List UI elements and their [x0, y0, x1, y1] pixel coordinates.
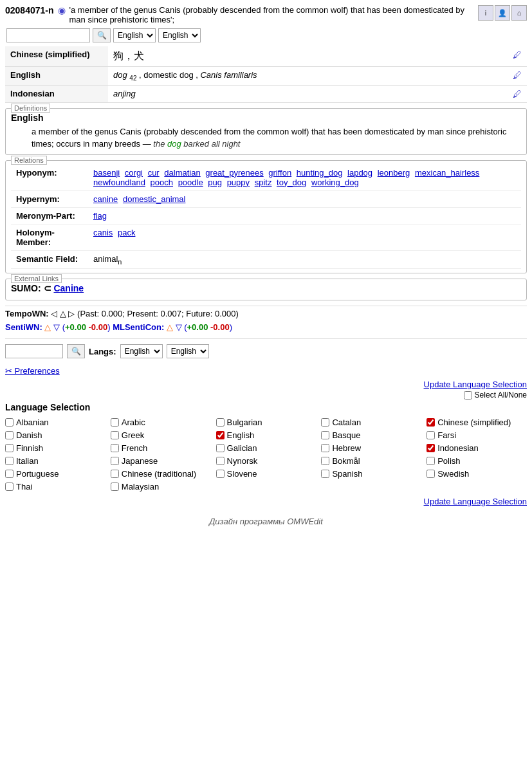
label-spanish: Spanish	[332, 469, 362, 479]
checkbox-nynorsk[interactable]	[216, 457, 225, 465]
top-lang1-select[interactable]: English	[113, 28, 156, 42]
lang-item-nynorsk: Nynorsk	[216, 456, 316, 466]
lang-edit-english[interactable]: 🖊	[508, 67, 527, 86]
hyponym-link-toy_dog[interactable]: toy_dog	[277, 178, 306, 187]
definitions-section: Definitions English a member of the genu…	[5, 108, 527, 155]
label-galician: Galician	[227, 443, 257, 453]
bottom-search-input[interactable]	[5, 344, 63, 358]
language-checkboxes: Albanian Arabic Bulgarian Catalan Chines…	[5, 418, 527, 492]
checkbox-chinese-traditional[interactable]	[111, 470, 119, 478]
ml-neg-tri: ▽	[176, 322, 182, 332]
checkbox-polish[interactable]	[427, 457, 435, 465]
bottom-lang1-select[interactable]: English	[120, 344, 163, 358]
top-lang2-select[interactable]: English	[158, 28, 201, 42]
checkbox-galician[interactable]	[216, 444, 225, 452]
checkbox-bulgarian[interactable]	[216, 418, 225, 427]
checkbox-french[interactable]	[111, 444, 119, 452]
senti-vals: (+0.00 -0.00)	[62, 322, 113, 332]
holonym-link-canis[interactable]: canis	[93, 228, 113, 237]
checkbox-bokmal[interactable]	[321, 457, 329, 465]
hypernym-link-domestic_animal[interactable]: domestic_animal	[123, 194, 186, 204]
label-catalan: Catalan	[332, 418, 361, 427]
holonym-link-pack[interactable]: pack	[118, 228, 135, 237]
checkbox-hebrew[interactable]	[321, 444, 329, 452]
update-lang-top-link[interactable]: Update Language Selection	[424, 380, 527, 389]
hyponym-link-pooch[interactable]: pooch	[151, 178, 173, 187]
preferences-link[interactable]: ✂ Preferences	[5, 366, 60, 376]
sumo-link[interactable]: Canine	[53, 283, 84, 293]
lang-value-english: dog 42 , domestic dog , Canis familiaris	[108, 67, 508, 86]
bottom-lang2-select[interactable]: English	[167, 344, 209, 358]
relations-table: Hyponym: basenji corgi cur dalmatian gre…	[11, 165, 521, 270]
label-albanian: Albanian	[16, 418, 49, 427]
footer-credit: Дизайн программы OMWEdit	[5, 517, 527, 526]
top-search-input[interactable]	[6, 28, 90, 42]
definition-text: a member of the genus Canis (probably de…	[32, 125, 521, 151]
checkbox-arabic[interactable]	[111, 418, 119, 427]
checkbox-indonesian[interactable]	[427, 444, 435, 452]
hyponym-link-pug[interactable]: pug	[208, 178, 222, 187]
bottom-search-row: 🔍 Langs: English English	[5, 338, 527, 358]
checkbox-finnish[interactable]	[5, 444, 14, 452]
checkbox-danish[interactable]	[5, 431, 14, 439]
hyponym-link-hunting_dog[interactable]: hunting_dog	[297, 168, 343, 178]
lang-item-catalan: Catalan	[321, 418, 421, 427]
synset-gloss: 'a member of the genus Canis (probably d…	[69, 5, 474, 24]
hyponym-link-great_pyrenees[interactable]: great_pyrenees	[205, 168, 263, 178]
hyponym-link-griffon[interactable]: griffon	[268, 168, 291, 178]
hyponym-link-working_dog[interactable]: working_dog	[311, 178, 359, 187]
top-search-button[interactable]: 🔍	[93, 28, 111, 42]
checkbox-swedish[interactable]	[427, 470, 435, 478]
lang-item-bulgarian: Bulgarian	[216, 418, 316, 427]
label-portuguese: Portuguese	[16, 469, 59, 479]
update-lang-bottom-link[interactable]: Update Language Selection	[424, 497, 527, 506]
bottom-search-button[interactable]: 🔍	[67, 344, 85, 358]
hyponym-link-cur[interactable]: cur	[148, 168, 160, 178]
hypernym-link-canine[interactable]: canine	[93, 194, 118, 204]
lang-edit-indonesian[interactable]: 🖊	[508, 85, 527, 102]
checkbox-japanese[interactable]	[111, 457, 119, 465]
checkbox-chinese-simplified[interactable]	[427, 418, 435, 427]
relation-semantic: Semantic Field: animaln	[11, 250, 521, 269]
hyponym-link-puppy[interactable]: puppy	[227, 178, 250, 187]
hyponym-link-corgi[interactable]: corgi	[125, 168, 143, 178]
hyponym-link-mexican_hairless[interactable]: mexican_hairless	[415, 168, 479, 178]
relation-meronym: Meronym-Part: flag	[11, 207, 521, 224]
checkbox-spanish[interactable]	[321, 470, 329, 478]
checkbox-thai[interactable]	[5, 482, 14, 491]
update-lang-top-row: Update Language Selection	[5, 380, 527, 389]
hyponym-link-lapdog[interactable]: lapdog	[347, 168, 372, 178]
checkbox-greek[interactable]	[111, 431, 119, 439]
label-nynorsk: Nynorsk	[227, 456, 258, 466]
home-button[interactable]: ⌂	[511, 5, 527, 21]
label-swedish: Swedish	[437, 469, 469, 479]
info-button[interactable]: i	[478, 5, 493, 21]
icon-buttons: i 👤 ⌂	[478, 5, 527, 21]
label-japanese: Japanese	[122, 456, 158, 466]
hyponym-link-basenji[interactable]: basenji	[93, 168, 120, 178]
checkbox-catalan[interactable]	[321, 418, 329, 427]
lang-label-indonesian: Indonesian	[5, 85, 108, 102]
checkbox-portuguese[interactable]	[5, 470, 14, 478]
hyponym-link-spitz[interactable]: spitz	[255, 178, 272, 187]
checkbox-english[interactable]	[216, 431, 225, 439]
checkbox-italian[interactable]	[5, 457, 14, 465]
checkbox-albanian[interactable]	[5, 418, 14, 427]
hyponym-link-poodle[interactable]: poodle	[178, 178, 203, 187]
def-example-word: dog	[167, 139, 181, 149]
meronym-link-flag[interactable]: flag	[93, 211, 107, 221]
hyponym-link-newfoundland[interactable]: newfoundland	[93, 178, 145, 187]
checkbox-basque[interactable]	[321, 431, 329, 439]
label-bokmal: Bokmål	[332, 456, 360, 466]
tempo-row: TempoWN: ◁ △ ▷ (Past: 0.000; Present: 0.…	[5, 306, 527, 318]
checkbox-farsi[interactable]	[427, 431, 435, 439]
select-all-checkbox[interactable]	[464, 391, 472, 400]
person-button[interactable]: 👤	[495, 5, 510, 21]
checkbox-slovene[interactable]	[216, 470, 225, 478]
hyponym-link-leonberg[interactable]: leonberg	[378, 168, 410, 178]
hyponym-link-dalmatian[interactable]: dalmatian	[164, 168, 200, 178]
ml-vals: (+0.00 -0.00)	[184, 322, 232, 332]
checkbox-malaysian[interactable]	[111, 482, 119, 491]
label-greek: Greek	[122, 430, 144, 440]
lang-edit-chinese[interactable]: 🖊	[508, 46, 527, 67]
